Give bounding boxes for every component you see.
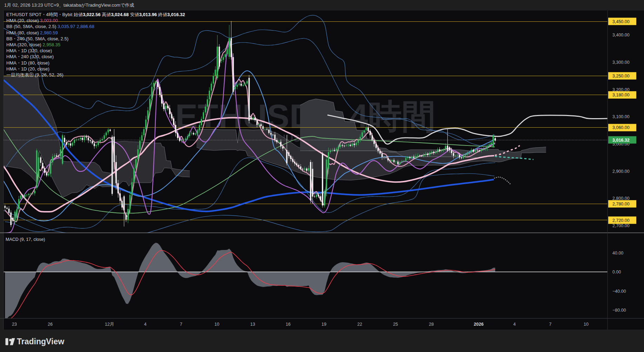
svg-text:BB・240 (50, SMA, close, 2.5): BB・240 (50, SMA, close, 2.5)	[6, 36, 68, 41]
svg-text:16: 16	[286, 322, 291, 327]
svg-text:13: 13	[250, 322, 255, 327]
svg-text:HMA・1D (20, close): HMA・1D (20, close)	[6, 66, 49, 72]
svg-text:−40.00: −40.00	[612, 289, 626, 294]
svg-text:7: 7	[549, 322, 552, 327]
svg-text:4: 4	[513, 322, 516, 327]
svg-text:2,720.00: 2,720.00	[612, 218, 630, 223]
svg-text:3,450.00: 3,450.00	[612, 19, 630, 24]
svg-text:0.00: 0.00	[612, 270, 621, 275]
svg-text:TradingView: TradingView	[17, 337, 64, 346]
svg-text:3,016.32: 3,016.32	[612, 138, 630, 143]
svg-text:HMA・1D (320, close): HMA・1D (320, close)	[6, 48, 52, 53]
svg-text:BB (50, SMA, close, 2.5) 3,03: BB (50, SMA, close, 2.5) 3,035.97 2,886.…	[6, 24, 94, 29]
svg-text:HMA (320, close) 2,958.35: HMA (320, close) 2,958.35	[6, 42, 60, 47]
svg-text:2,900.00: 2,900.00	[612, 169, 630, 174]
svg-text:HMA・240 (320, close): HMA・240 (320, close)	[6, 54, 54, 59]
svg-text:3,300.00: 3,300.00	[612, 60, 630, 65]
svg-text:25: 25	[393, 322, 398, 327]
svg-text:HMA (20, close) 3,003.00: HMA (20, close) 3,003.00	[6, 18, 58, 23]
svg-text:10: 10	[584, 322, 589, 327]
svg-text:40.00: 40.00	[612, 251, 623, 256]
svg-text:19: 19	[321, 322, 326, 327]
svg-text:7: 7	[180, 322, 182, 327]
svg-text:3,100.00: 3,100.00	[612, 114, 630, 119]
svg-text:ETHUSDT SPOT・4時間・Bybit 始値3,02: ETHUSDT SPOT・4時間・Bybit 始値3,022.56 高値3,02…	[6, 12, 185, 17]
svg-text:3,180.00: 3,180.00	[612, 93, 630, 97]
svg-text:3,250.00: 3,250.00	[612, 74, 630, 79]
svg-text:1月 02, 2026 13:23 UTC+9、takata: 1月 02, 2026 13:23 UTC+9、takatabaがTrading…	[4, 2, 134, 8]
svg-text:3,400.00: 3,400.00	[612, 33, 630, 38]
svg-text:10: 10	[214, 322, 219, 327]
svg-text:4: 4	[144, 322, 147, 327]
svg-text:2,780.00: 2,780.00	[612, 202, 630, 207]
svg-text:22: 22	[357, 322, 362, 327]
svg-text:HMA (80, close) 2,980.59: HMA (80, close) 2,980.59	[6, 30, 58, 35]
svg-text:2,700.00: 2,700.00	[612, 223, 630, 228]
svg-text:23: 23	[12, 322, 17, 327]
svg-text:−80.00: −80.00	[612, 308, 626, 313]
svg-text:2026: 2026	[474, 322, 484, 327]
svg-text:28: 28	[429, 322, 434, 327]
svg-text:MACD (9, 17, close): MACD (9, 17, close)	[6, 237, 45, 242]
svg-text:3,060.00: 3,060.00	[612, 125, 630, 130]
svg-text:12月: 12月	[105, 322, 114, 327]
svg-text:26: 26	[48, 322, 53, 327]
svg-text:HMA・1D (80, close): HMA・1D (80, close)	[6, 60, 49, 66]
svg-text:一目均衡表Ⓡ (9, 26, 52, 26): 一目均衡表Ⓡ (9, 26, 52, 26)	[6, 72, 64, 77]
